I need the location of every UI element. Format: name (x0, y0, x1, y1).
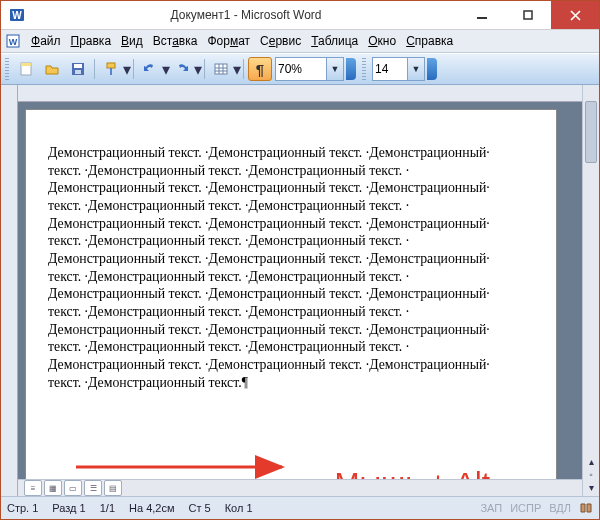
pilcrow-icon: ¶ (256, 61, 264, 78)
status-page: Стр. 1 (7, 502, 38, 514)
font-size-combo: ▼ (372, 57, 425, 81)
page-viewport: Демонстрационный текст. ·Демонстрационны… (18, 102, 582, 479)
standard-toolbar: ▾ ▾ ▾ ▾ ¶ ▼ ▼ (1, 53, 599, 85)
svg-rect-12 (110, 68, 112, 75)
svg-rect-2 (477, 17, 487, 19)
font-size-input[interactable] (373, 61, 407, 77)
web-view-button[interactable]: ▦ (44, 480, 62, 496)
show-formatting-button[interactable]: ¶ (248, 57, 272, 81)
text-line[interactable]: Демонстрационный текст. ·Демонстрационны… (48, 285, 534, 303)
toolbar-grip[interactable] (5, 58, 9, 80)
status-col: Кол 1 (225, 502, 253, 514)
table-button[interactable] (209, 57, 233, 81)
word-app-icon: W (9, 7, 25, 23)
vertical-ruler[interactable] (1, 85, 18, 496)
formatting-toolbar: ▼ (362, 57, 437, 81)
app-window: W Документ1 - Microsoft Word W Файл Прав… (0, 0, 600, 520)
new-doc-button[interactable] (14, 57, 38, 81)
svg-text:W: W (12, 10, 22, 21)
svg-rect-7 (21, 63, 31, 66)
zoom-dropdown[interactable]: ▼ (326, 58, 343, 80)
toolbar-separator (243, 59, 244, 79)
text-line[interactable]: текст. ·Демонстрационный текст. ·Демонст… (48, 268, 534, 286)
annotation-text: Мышь + Alt (335, 464, 490, 479)
menu-format[interactable]: Формат (207, 34, 250, 48)
window-title: Документ1 - Microsoft Word (33, 8, 459, 22)
status-rec[interactable]: ЗАП (480, 502, 502, 514)
reading-view-button[interactable]: ▤ (104, 480, 122, 496)
menu-table[interactable]: Таблица (311, 34, 358, 48)
svg-rect-10 (75, 70, 81, 74)
book-icon[interactable] (579, 501, 593, 515)
paper-wrap: Демонстрационный текст. ·Демонстрационны… (18, 85, 582, 496)
text-line[interactable]: текст. ·Демонстрационный текст. ·Демонст… (48, 232, 534, 250)
scroll-up-icon[interactable]: ▴ (586, 456, 596, 466)
zoom-combo: ▼ (275, 57, 344, 81)
redo-dropdown[interactable]: ▾ (195, 58, 201, 80)
text-line[interactable]: текст. ·Демонстрационный текст.¶ (48, 374, 534, 392)
zoom-input[interactable] (276, 61, 326, 77)
undo-dropdown[interactable]: ▾ (163, 58, 169, 80)
outline-view-button[interactable]: ☰ (84, 480, 102, 496)
font-size-dropdown[interactable]: ▼ (407, 58, 424, 80)
open-button[interactable] (40, 57, 64, 81)
text-line[interactable]: текст. ·Демонстрационный текст. ·Демонст… (48, 162, 534, 180)
format-painter-dropdown[interactable]: ▾ (124, 58, 130, 80)
status-pages: 1/1 (100, 502, 115, 514)
text-line[interactable]: Демонстрационный текст. ·Демонстрационны… (48, 321, 534, 339)
toolbar-separator (133, 59, 134, 79)
svg-rect-3 (524, 11, 532, 19)
minimize-button[interactable] (459, 1, 505, 29)
menu-tools[interactable]: Сервис (260, 34, 301, 48)
menu-help[interactable]: Справка (406, 34, 453, 48)
vertical-scrollbar[interactable]: ▴ ◦ ▾ (582, 85, 599, 496)
status-ext[interactable]: ВДЛ (549, 502, 571, 514)
status-line: Ст 5 (189, 502, 211, 514)
svg-text:W: W (9, 37, 18, 47)
text-line[interactable]: текст. ·Демонстрационный текст. ·Демонст… (48, 303, 534, 321)
maximize-button[interactable] (505, 1, 551, 29)
horizontal-scrollbar[interactable]: ≡ ▦ ▭ ☰ ▤ (18, 479, 582, 496)
menu-file[interactable]: Файл (31, 34, 61, 48)
text-line[interactable]: текст. ·Демонстрационный текст. ·Демонст… (48, 338, 534, 356)
status-bar: Стр. 1 Разд 1 1/1 На 4,2см Ст 5 Кол 1 ЗА… (1, 496, 599, 519)
undo-button[interactable] (138, 57, 162, 81)
text-line[interactable]: Демонстрационный текст. ·Демонстрационны… (48, 356, 534, 374)
window-buttons (459, 1, 599, 29)
status-section: Разд 1 (52, 502, 85, 514)
normal-view-button[interactable]: ≡ (24, 480, 42, 496)
document-area: Демонстрационный текст. ·Демонстрационны… (1, 85, 599, 496)
text-line[interactable]: текст. ·Демонстрационный текст. ·Демонст… (48, 197, 534, 215)
svg-rect-13 (215, 64, 227, 74)
save-button[interactable] (66, 57, 90, 81)
toolbar-overflow[interactable] (346, 58, 356, 80)
text-line[interactable]: Демонстрационный текст. ·Демонстрационны… (48, 215, 534, 233)
redo-button[interactable] (170, 57, 194, 81)
text-line[interactable]: Демонстрационный текст. ·Демонстрационны… (48, 144, 534, 162)
browse-object-icon[interactable]: ◦ (586, 469, 596, 479)
close-button[interactable] (551, 1, 599, 29)
scroll-thumb[interactable] (585, 101, 597, 163)
menu-insert[interactable]: Вставка (153, 34, 198, 48)
print-layout-button[interactable]: ▭ (64, 480, 82, 496)
toolbar-separator (94, 59, 95, 79)
horizontal-ruler[interactable] (18, 85, 582, 102)
menu-window[interactable]: Окно (368, 34, 396, 48)
scroll-down-icon[interactable]: ▾ (586, 482, 596, 492)
toolbar-overflow[interactable] (427, 58, 437, 80)
status-at: На 4,2см (129, 502, 174, 514)
format-painter-button[interactable] (99, 57, 123, 81)
toolbar-grip[interactable] (362, 58, 366, 80)
word-doc-icon[interactable]: W (5, 33, 21, 49)
menu-view[interactable]: Вид (121, 34, 143, 48)
menu-edit[interactable]: Правка (71, 34, 112, 48)
svg-rect-9 (74, 64, 82, 68)
document-page[interactable]: Демонстрационный текст. ·Демонстрационны… (26, 110, 556, 479)
text-line[interactable]: Демонстрационный текст. ·Демонстрационны… (48, 179, 534, 197)
status-trk[interactable]: ИСПР (510, 502, 541, 514)
svg-rect-11 (107, 63, 115, 68)
table-dropdown[interactable]: ▾ (234, 58, 240, 80)
menu-bar: W Файл Правка Вид Вставка Формат Сервис … (1, 30, 599, 53)
text-line[interactable]: Демонстрационный текст. ·Демонстрационны… (48, 250, 534, 268)
view-mode-buttons: ≡ ▦ ▭ ☰ ▤ (18, 480, 128, 496)
